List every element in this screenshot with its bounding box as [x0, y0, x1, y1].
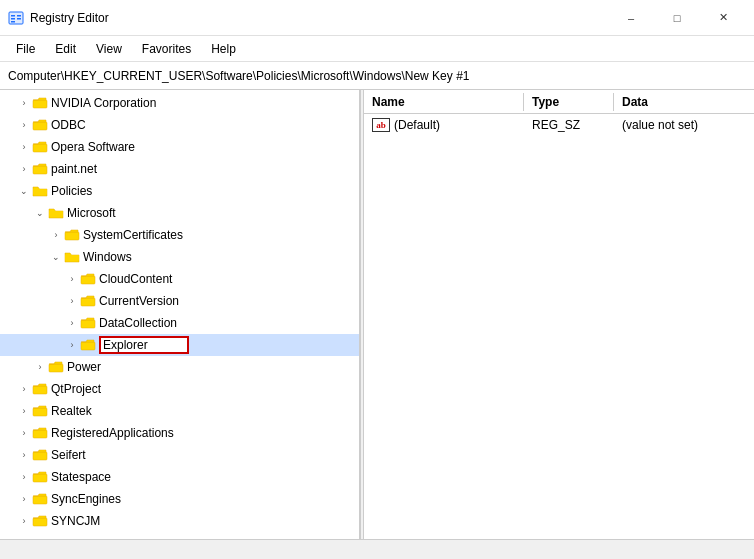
tree-item-currentversion[interactable]: › CurrentVersion	[0, 290, 359, 312]
svg-rect-3	[11, 18, 15, 20]
folder-icon	[32, 403, 48, 419]
close-button[interactable]: ✕	[700, 6, 746, 30]
expand-icon[interactable]: ›	[48, 227, 64, 243]
expand-icon[interactable]: ›	[64, 315, 80, 331]
menu-item-view[interactable]: View	[88, 40, 130, 58]
tree-item-explorer[interactable]: ›	[0, 334, 359, 356]
tree-item-nvidia[interactable]: › NVIDIA Corporation	[0, 92, 359, 114]
folder-icon	[32, 117, 48, 133]
title-bar-left: Registry Editor	[8, 10, 109, 26]
expand-icon[interactable]: ⌄	[32, 205, 48, 221]
tree-item-cloudcontent[interactable]: › CloudContent	[0, 268, 359, 290]
svg-rect-16	[49, 364, 63, 372]
maximize-button[interactable]: □	[654, 6, 700, 30]
menu-item-help[interactable]: Help	[203, 40, 244, 58]
tree-item-datacollection[interactable]: › DataCollection	[0, 312, 359, 334]
expand-icon[interactable]: ›	[16, 447, 32, 463]
expand-icon[interactable]: ›	[16, 139, 32, 155]
svg-rect-8	[33, 122, 47, 130]
expand-icon[interactable]: ⌄	[16, 183, 32, 199]
svg-rect-12	[81, 276, 95, 284]
svg-rect-21	[33, 474, 47, 482]
tree-item-registeredapps[interactable]: › RegisteredApplications	[0, 422, 359, 444]
tree-item-syncjm[interactable]: › SYNCJM	[0, 510, 359, 532]
expand-icon[interactable]: ›	[64, 337, 80, 353]
tree-item-windows[interactable]: ⌄ Windows	[0, 246, 359, 268]
tree-label: Seifert	[51, 448, 86, 462]
expand-icon[interactable]: ›	[16, 425, 32, 441]
menu-item-favorites[interactable]: Favorites	[134, 40, 199, 58]
detail-row[interactable]: ab(Default)REG_SZ(value not set)	[364, 114, 754, 136]
tree-item-realtek[interactable]: › Realtek	[0, 400, 359, 422]
ab-icon: ab	[372, 118, 390, 132]
tree-label: CurrentVersion	[99, 294, 179, 308]
expand-icon[interactable]: ›	[16, 491, 32, 507]
svg-rect-15	[81, 342, 95, 350]
expand-icon[interactable]: ›	[16, 403, 32, 419]
menu-item-edit[interactable]: Edit	[47, 40, 84, 58]
app-icon	[8, 10, 24, 26]
folder-icon	[64, 249, 80, 265]
rename-input[interactable]	[99, 336, 189, 354]
col-name-header: Name	[364, 93, 524, 111]
svg-rect-22	[33, 496, 47, 504]
col-type-header: Type	[524, 93, 614, 111]
expand-icon[interactable]: ›	[16, 469, 32, 485]
title-bar: Registry Editor – □ ✕	[0, 0, 754, 36]
tree-item-seifert[interactable]: › Seifert	[0, 444, 359, 466]
tree-item-odbc[interactable]: › ODBC	[0, 114, 359, 136]
folder-icon	[32, 491, 48, 507]
menu-bar: FileEditViewFavoritesHelp	[0, 36, 754, 62]
expand-icon[interactable]: ›	[64, 293, 80, 309]
expand-icon[interactable]: ›	[32, 359, 48, 375]
tree-label: paint.net	[51, 162, 97, 176]
expand-icon[interactable]: ›	[64, 271, 80, 287]
expand-icon[interactable]: ›	[16, 381, 32, 397]
folder-icon	[48, 205, 64, 221]
menu-item-file[interactable]: File	[8, 40, 43, 58]
tree-label: Power	[67, 360, 101, 374]
tree-label: Policies	[51, 184, 92, 198]
window-controls: – □ ✕	[608, 6, 746, 30]
col-data-header: Data	[614, 93, 754, 111]
expand-icon[interactable]: ›	[16, 95, 32, 111]
tree-label: CloudContent	[99, 272, 172, 286]
tree-label: RegisteredApplications	[51, 426, 174, 440]
folder-icon	[80, 337, 96, 353]
tree-item-systemcerts[interactable]: › SystemCertificates	[0, 224, 359, 246]
svg-rect-23	[33, 518, 47, 526]
tree-label: NVIDIA Corporation	[51, 96, 156, 110]
tree-item-qtproject[interactable]: › QtProject	[0, 378, 359, 400]
svg-rect-13	[81, 298, 95, 306]
detail-rows: ab(Default)REG_SZ(value not set)	[364, 114, 754, 136]
svg-rect-20	[33, 452, 47, 460]
tree-item-power[interactable]: › Power	[0, 356, 359, 378]
tree-item-paintnet[interactable]: › paint.net	[0, 158, 359, 180]
tree-item-microsoft[interactable]: ⌄ Microsoft	[0, 202, 359, 224]
tree-item-statespace[interactable]: › Statespace	[0, 466, 359, 488]
folder-icon	[80, 271, 96, 287]
tree-label: Statespace	[51, 470, 111, 484]
svg-rect-18	[33, 408, 47, 416]
expand-icon[interactable]: ›	[16, 161, 32, 177]
expand-icon[interactable]: ›	[16, 117, 32, 133]
tree-item-policies[interactable]: ⌄ Policies	[0, 180, 359, 202]
folder-icon	[32, 513, 48, 529]
folder-icon	[32, 95, 48, 111]
tree-pane[interactable]: › NVIDIA Corporation› ODBC› Opera Softwa…	[0, 90, 360, 539]
address-path: Computer\HKEY_CURRENT_USER\Software\Poli…	[8, 69, 469, 83]
tree-item-opera[interactable]: › Opera Software	[0, 136, 359, 158]
status-bar	[0, 539, 754, 559]
tree-item-syncengines[interactable]: › SyncEngines	[0, 488, 359, 510]
tree-label: SystemCertificates	[83, 228, 183, 242]
svg-rect-7	[33, 100, 47, 108]
svg-rect-10	[33, 166, 47, 174]
address-bar: Computer\HKEY_CURRENT_USER\Software\Poli…	[0, 62, 754, 90]
folder-icon	[48, 359, 64, 375]
expand-icon[interactable]: ›	[16, 513, 32, 529]
tree-label: SyncEngines	[51, 492, 121, 506]
minimize-button[interactable]: –	[608, 6, 654, 30]
tree-label: SYNCJM	[51, 514, 100, 528]
expand-icon[interactable]: ⌄	[48, 249, 64, 265]
folder-icon	[32, 183, 48, 199]
